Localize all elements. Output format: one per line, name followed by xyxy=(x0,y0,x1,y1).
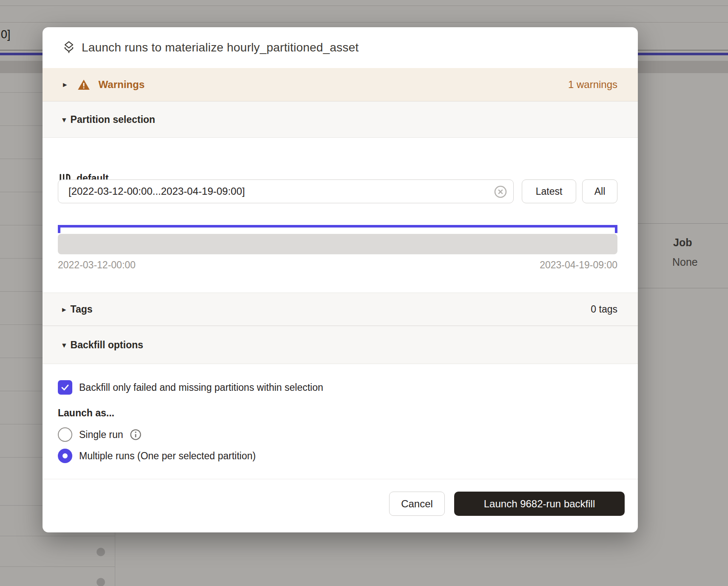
materialize-layers-icon xyxy=(61,40,77,55)
timeline-date-labels: 2022-03-12-00:00 2023-04-19-09:00 xyxy=(58,259,617,271)
info-icon[interactable] xyxy=(129,428,142,441)
chevron-right-icon: ▸ xyxy=(62,305,66,313)
single-run-option-row: Single run xyxy=(58,426,142,443)
backfill-only-failed-checkbox[interactable] xyxy=(58,380,72,395)
partition-range-input[interactable] xyxy=(58,179,514,203)
partition-timeline[interactable] xyxy=(58,234,617,254)
backfill-only-failed-checkbox-label: Backfill only failed and missing partiti… xyxy=(79,382,323,393)
multiple-runs-label: Multiple runs (One per selected partitio… xyxy=(79,450,256,462)
single-run-label: Single run xyxy=(79,429,123,441)
timeline-start-label: 2022-03-12-00:00 xyxy=(58,259,136,271)
backdrop-toolbar-line xyxy=(0,6,728,6)
warnings-label: Warnings xyxy=(99,79,145,91)
chevron-down-icon: ▾ xyxy=(62,341,66,349)
backfill-options-section-header[interactable]: ▾ Backfill options xyxy=(43,326,638,364)
multiple-runs-option-row: Multiple runs (One per selected partitio… xyxy=(58,447,256,464)
backdrop-right-panel-divider xyxy=(638,223,728,224)
chevron-right-icon: ▸ xyxy=(63,80,67,88)
partition-selection-section-header[interactable]: ▾ Partition selection xyxy=(43,101,638,138)
backdrop-row-line xyxy=(0,566,115,567)
clear-selection-button[interactable] xyxy=(493,185,508,199)
warnings-count: 1 warnings xyxy=(568,79,617,91)
selected-range-bracket-cap-left xyxy=(58,225,60,233)
backdrop-job-column-value: None xyxy=(672,256,698,268)
partition-selection-label: Partition selection xyxy=(71,114,155,125)
tags-label: Tags xyxy=(71,304,93,315)
launch-as-label: Launch as... xyxy=(58,407,114,419)
checkmark-icon xyxy=(60,382,70,393)
selected-range-bracket-cap-right xyxy=(615,225,617,233)
backdrop-status-dot xyxy=(97,548,105,556)
chevron-down-icon: ▾ xyxy=(62,116,66,124)
dialog-header: Launch runs to materialize hourly_partit… xyxy=(43,27,638,68)
all-button[interactable]: All xyxy=(582,179,617,203)
cancel-button[interactable]: Cancel xyxy=(389,492,445,516)
warning-triangle-icon xyxy=(77,78,90,91)
single-run-radio[interactable] xyxy=(58,427,72,442)
latest-button[interactable]: Latest xyxy=(522,179,576,203)
launch-backfill-button[interactable]: Launch 9682-run backfill xyxy=(454,492,625,516)
backdrop-row-line xyxy=(0,536,115,536)
multiple-runs-radio[interactable] xyxy=(58,449,72,463)
backdrop-right-panel-divider xyxy=(638,288,728,288)
backfill-only-failed-checkbox-row: Backfill only failed and missing partiti… xyxy=(58,380,323,395)
clear-circle-x-icon xyxy=(493,185,508,199)
tags-section-header[interactable]: ▸ Tags 0 tags xyxy=(43,293,638,326)
tags-count: 0 tags xyxy=(591,304,617,315)
selected-range-bracket xyxy=(58,225,617,228)
backdrop-status-dot xyxy=(97,578,105,586)
footer-divider xyxy=(43,479,638,479)
backdrop-truncated-input-text: 0] xyxy=(1,28,11,41)
backfill-options-label: Backfill options xyxy=(71,339,143,351)
launch-backfill-dialog: Launch runs to materialize hourly_partit… xyxy=(43,27,638,532)
timeline-end-label: 2023-04-19-09:00 xyxy=(540,259,617,271)
warnings-section-header[interactable]: ▸ Warnings 1 warnings xyxy=(43,68,638,101)
backdrop-toolbar-line xyxy=(0,22,728,23)
backdrop-job-column-label: Job xyxy=(673,236,692,249)
dialog-title: Launch runs to materialize hourly_partit… xyxy=(82,41,358,54)
